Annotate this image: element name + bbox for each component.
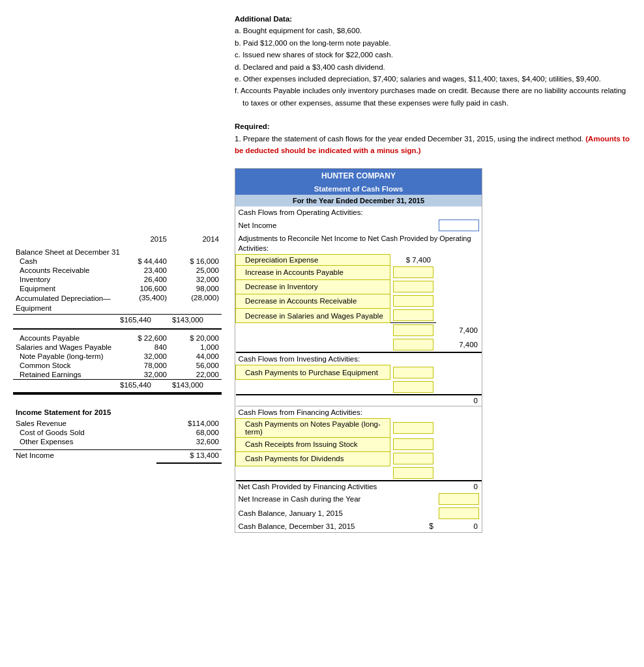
cf-investing-header: Cash Flows from Investing Activities:	[236, 353, 482, 365]
cf-adjustments-row: Adjustments to Reconcile Net Income to N…	[236, 233, 482, 254]
cf-period: For the Year Ended December 31, 2015	[235, 195, 482, 206]
cf-financing-empty1-input[interactable]	[393, 467, 433, 479]
additional-data-item-d: d. Declared and paid a $3,400 cash divid…	[235, 61, 631, 73]
table-row: Cost of Goods Sold 68,000	[13, 428, 222, 437]
balance-sheet-table: 2015 2014 Balance Sheet at December 31 C…	[13, 234, 222, 397]
cf-cash-dec-row: Cash Balance, December 31, 2015 $ 0	[236, 520, 482, 532]
cf-cash-jan-label: Cash Balance, January 1, 2015	[236, 506, 390, 520]
cf-operating-section-label: Cash Flows from Operating Activities:	[236, 206, 482, 218]
cf-notes-pay-input[interactable]	[393, 422, 433, 434]
cf-main-table: Cash Flows from Operating Activities: Ne…	[235, 206, 482, 532]
table-row: Note Payable (long-term) 32,000 44,000	[13, 352, 222, 361]
bs-col-2015: 2015	[117, 234, 169, 246]
bs-cash-2015: $ 44,440	[117, 257, 169, 266]
cf-dividends-row: Cash Payments for Dividends	[236, 451, 482, 466]
cf-investing-section-label: Cash Flows from Investing Activities:	[236, 353, 482, 365]
bs-cash-label: Cash	[13, 257, 117, 266]
table-row: Common Stock 78,000 56,000	[13, 361, 222, 370]
cf-investing-total: 0	[474, 397, 478, 404]
bs-re-label: Retained Earnings	[13, 370, 117, 380]
bs-cash-2014: $ 16,000	[169, 257, 222, 266]
cf-table-container: HUNTER COMPANY Statement of Cash Flows F…	[235, 168, 482, 533]
table-row: Salaries and Wages Payable 840 1,000	[13, 343, 222, 352]
table-row: Inventory 26,400 32,000	[13, 275, 222, 284]
cf-notes-pay-row: Cash Payments on Notes Payable (long-ter…	[236, 418, 482, 437]
required-text: 1. Prepare the statement of cash flows f…	[235, 135, 583, 143]
cf-swp-row: Decrease in Salaries and Wages Payable	[236, 308, 482, 323]
is-sales-label: Sales Revenue	[13, 419, 141, 428]
cf-investing-total-row: 0	[236, 395, 482, 406]
cf-ar-input[interactable]	[393, 295, 433, 307]
cf-op-subtotal1-input[interactable]	[393, 324, 433, 336]
cf-op-subtotal2-input[interactable]	[393, 339, 433, 350]
cf-net-increase-input[interactable]	[439, 493, 479, 505]
bs-col-2014: 2014	[169, 234, 222, 246]
cf-financing-total: 0	[474, 483, 478, 490]
cf-title: Statement of Cash Flows	[235, 183, 482, 195]
cf-stock-label: Cash Receipts from Issuing Stock	[236, 437, 390, 451]
table-row: Equipment 106,600 98,000	[13, 284, 222, 293]
cf-equip-payment-row: Cash Payments to Purchase Equipment	[236, 365, 482, 380]
cf-dividends-label: Cash Payments for Dividends	[236, 451, 390, 466]
cf-stock-input[interactable]	[393, 438, 433, 450]
table-row: Sales Revenue $114,000	[13, 419, 222, 428]
cf-investing-empty1-input[interactable]	[393, 381, 433, 393]
cf-inventory-input[interactable]	[393, 281, 433, 292]
additional-data-item-b: b. Paid $12,000 on the long-term note pa…	[235, 37, 631, 49]
cf-notes-pay-label: Cash Payments on Notes Payable (long-ter…	[236, 418, 390, 437]
cf-operating-header: Cash Flows from Operating Activities:	[236, 206, 482, 218]
bs-equip-label: Equipment	[13, 284, 117, 293]
cf-net-income-input[interactable]	[439, 220, 479, 231]
additional-data-item-e: e. Other expenses included depreciation,…	[235, 73, 631, 85]
cf-ar-label: Decrease in Accounts Receivable	[236, 294, 390, 308]
cf-cash-jan-row: Cash Balance, January 1, 2015	[236, 506, 482, 520]
bs-ap-label: Accounts Payable	[13, 334, 117, 343]
cf-investing-empty1	[236, 380, 482, 395]
cf-cash-jan-input[interactable]	[439, 507, 479, 519]
cf-depreciation-val: $ 7,400	[406, 256, 433, 264]
cf-company-name: HUNTER COMPANY	[235, 169, 482, 183]
required-section: Required: 1. Prepare the statement of ca…	[235, 121, 631, 156]
cf-inventory-row: Decrease in Inventory	[236, 279, 482, 294]
bs-asset-total-row: $165,440 $143,000	[13, 314, 222, 324]
additional-data-item-c: c. Issued new shares of stock for $22,00…	[235, 49, 631, 61]
cf-ar-row: Decrease in Accounts Receivable	[236, 294, 482, 308]
cf-inventory-label: Decrease in Inventory	[236, 279, 390, 294]
cf-ap-increase-input[interactable]	[393, 266, 433, 278]
bs-swp-label: Salaries and Wages Payable	[13, 343, 117, 352]
cf-depreciation-label: Depreciation Expense	[236, 254, 390, 265]
cf-swp-label: Decrease in Salaries and Wages Payable	[236, 308, 390, 323]
cf-operating-subtotal2: 7,400	[236, 337, 482, 352]
is-net-income-row: Net Income $ 13,400	[13, 450, 222, 461]
table-row: Cash $ 44,440 $ 16,000	[13, 257, 222, 266]
additional-data-title: Additional Data:	[235, 13, 631, 25]
is-net-income-label: Net Income	[13, 450, 141, 461]
cf-adjustments-label: Adjustments to Reconcile Net Income to N…	[236, 233, 482, 254]
bs-note-pay-label: Note Payable (long-term)	[13, 352, 117, 361]
cf-cash-dec-val: 0	[474, 522, 478, 530]
cf-equip-payment-input[interactable]	[393, 367, 433, 378]
cf-dividends-input[interactable]	[393, 453, 433, 464]
table-row: Accounts Receivable 23,400 25,000	[13, 266, 222, 275]
cf-net-income-row: Net Income	[236, 218, 482, 233]
table-row: Accounts Payable $ 22,600 $ 20,000	[13, 334, 222, 343]
is-net-income-value: $ 13,400	[141, 450, 222, 461]
bs-title: Balance Sheet at December 31	[13, 246, 222, 257]
additional-data-item-a: a. Bought equipment for cash, $8,600.	[235, 25, 631, 36]
cf-net-income-label: Net Income	[236, 218, 390, 233]
cf-depreciation-row: Depreciation Expense $ 7,400	[236, 254, 482, 265]
cf-swp-input[interactable]	[393, 309, 433, 321]
table-row: Other Expenses 32,600	[13, 437, 222, 446]
bs-inv-label: Inventory	[13, 275, 117, 284]
cf-ap-increase-row: Increase in Accounts Payable	[236, 265, 482, 279]
cf-equip-payment-label: Cash Payments to Purchase Equipment	[236, 365, 390, 380]
additional-data-item-f: f. Accounts Payable includes only invent…	[235, 85, 631, 109]
table-row: Retained Earnings 32,000 22,000	[13, 370, 222, 380]
is-cogs-label: Cost of Goods Sold	[13, 428, 141, 437]
cf-financing-section-label: Cash Flows from Financing Activities:	[236, 406, 482, 419]
bs-liab-total-row: $165,440 $143,000	[13, 379, 222, 390]
additional-data-section: Additional Data: a. Bought equipment for…	[235, 13, 631, 109]
table-row: Accumulated Depreciation—Equipment (35,4…	[13, 293, 222, 314]
cf-net-increase-label: Net Increase in Cash during the Year	[236, 492, 390, 506]
is-title-row: Income Statement for 2015	[13, 408, 222, 419]
